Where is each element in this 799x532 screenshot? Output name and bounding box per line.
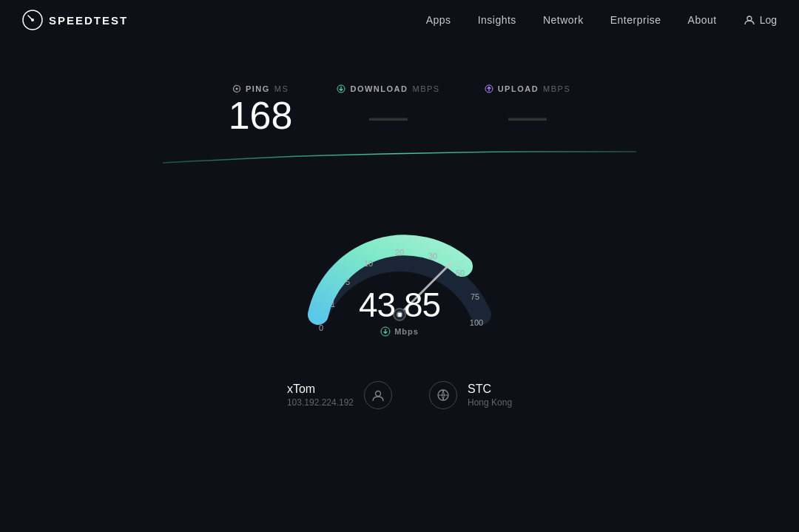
gauge-container: 0 1 5 10 20 30 50 75 100 43.85 (281, 159, 518, 366)
nav-about[interactable]: About (688, 14, 717, 26)
svg-text:100: 100 (470, 318, 483, 327)
nav-apps[interactable]: Apps (426, 14, 451, 26)
svg-text:0: 0 (319, 323, 323, 332)
svg-text:30: 30 (428, 252, 437, 260)
nav-insights[interactable]: Insights (478, 14, 516, 26)
svg-text:5: 5 (345, 277, 350, 286)
download-small-icon (380, 326, 391, 337)
isp-block: xTom 103.192.224.192 (287, 381, 392, 409)
ping-icon (232, 84, 241, 93)
server-block: STC Hong Kong (429, 381, 512, 409)
bottom-info: xTom 103.192.224.192 STC Ho (287, 381, 512, 409)
gauge-unit-row: Mbps (359, 326, 440, 337)
svg-text:50: 50 (456, 269, 465, 277)
ping-header: PING ms (232, 84, 289, 93)
nav-enterprise[interactable]: Enterprise (610, 14, 661, 26)
globe-circle-icon[interactable] (429, 381, 457, 409)
gauge-number: 43.85 (359, 285, 440, 325)
isp-name: xTom (287, 383, 354, 396)
ping-unit: ms (274, 84, 289, 93)
server-text: STC Hong Kong (468, 383, 512, 408)
svg-text:1: 1 (331, 300, 335, 309)
logo[interactable]: SPEEDTEST (22, 10, 128, 30)
gauge-value-display: 43.85 Mbps (359, 285, 440, 337)
navbar: SPEEDTEST Apps Insights Network Enterpri… (0, 0, 799, 40)
nav-login[interactable]: Log (744, 14, 777, 26)
nav-links: Apps Insights Network Enterprise About L… (426, 14, 777, 26)
ping-label: PING (246, 84, 270, 93)
speedtest-logo-icon (22, 10, 43, 30)
svg-point-4 (235, 88, 237, 90)
upload-header: UPLOAD Mbps (485, 84, 571, 93)
gauge-unit: Mbps (394, 327, 419, 336)
svg-point-2 (747, 16, 752, 21)
svg-point-20 (376, 391, 381, 397)
isp-ip: 103.192.224.192 (287, 397, 354, 408)
nav-network[interactable]: Network (543, 14, 584, 26)
download-header: DOWNLOAD Mbps (337, 84, 439, 93)
person-icon (371, 388, 385, 402)
download-unit: Mbps (412, 84, 439, 93)
logo-text: SPEEDTEST (49, 14, 128, 27)
svg-text:75: 75 (471, 292, 479, 301)
globe-icon (436, 388, 450, 402)
server-name: STC (468, 383, 512, 396)
svg-text:10: 10 (364, 259, 373, 268)
svg-text:20: 20 (395, 248, 404, 257)
main-content: PING ms 168 DOWNLOAD Mbps — (0, 40, 799, 532)
upload-icon (485, 84, 493, 93)
user-icon (744, 14, 755, 26)
upload-unit: Mbps (543, 84, 570, 93)
download-label: DOWNLOAD (350, 84, 408, 93)
download-icon (337, 84, 345, 93)
login-label: Log (760, 14, 777, 26)
server-location: Hong Kong (468, 397, 512, 408)
user-circle-icon[interactable] (364, 381, 392, 409)
upload-label: UPLOAD (498, 84, 539, 93)
svg-point-1 (31, 18, 34, 21)
isp-text: xTom 103.192.224.192 (287, 383, 354, 408)
